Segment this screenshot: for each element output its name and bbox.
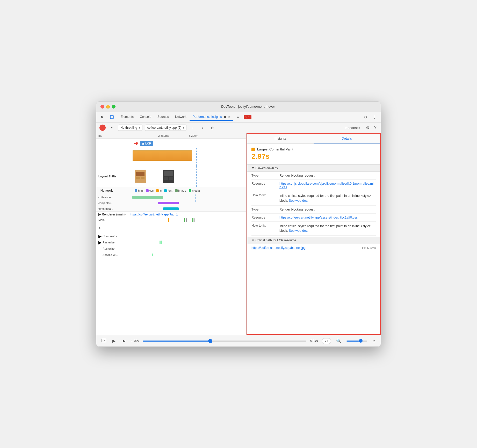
network-rows: coffee-car... cdnjs.clou... fonts.g <box>96 194 246 212</box>
cursor-icon[interactable] <box>99 113 106 121</box>
feedback-button[interactable]: Feedback <box>343 125 362 131</box>
network-legend: Network html css js fon <box>96 187 246 194</box>
lcp-title: Largest Contentful Paint <box>257 147 293 151</box>
see-web-dev-link-2[interactable]: See web.dev. <box>289 229 308 233</box>
bar-gray-2 <box>194 218 195 222</box>
fix-row-2: How to fix Inline critical styles requir… <box>251 222 376 236</box>
network-row: fonts.gsta... <box>96 206 246 212</box>
timeline-panel: ms 2,880ms 3,200m ➜ ▣ LCP La <box>96 133 247 335</box>
profile-dropdown[interactable]: coffee-cart.netlify.app (2) ▾ <box>145 125 187 131</box>
insights-panel: Insights Details Largest Contentful Pain… <box>247 133 381 335</box>
throttling-dropdown[interactable]: No throttling ▾ <box>118 125 142 131</box>
type-value-1: Render blocking request <box>279 174 376 177</box>
tab-elements[interactable]: Elements <box>118 113 137 121</box>
tab-close-icon[interactable]: × <box>228 115 230 118</box>
svg-point-12 <box>103 340 105 341</box>
net-bar-font <box>163 207 179 210</box>
lcp-badge[interactable]: ▣ LCP <box>140 141 153 146</box>
inspect-icon[interactable] <box>108 113 115 121</box>
svg-rect-6 <box>141 177 144 179</box>
devtools-tab-list: Elements Console Sources Network Perform… <box>118 113 233 121</box>
zoom-slider[interactable] <box>346 341 367 342</box>
svg-rect-10 <box>169 177 173 180</box>
window-title: DevTools - jec.fyi/demo/menu-hover <box>120 105 377 109</box>
critical-path-time: 145.695ms <box>362 246 376 249</box>
error-badge[interactable]: ✕ 1 <box>244 115 251 119</box>
more-options-icon[interactable]: ⋮ <box>371 113 378 121</box>
minimize-button[interactable] <box>106 105 110 109</box>
zoom-out-icon[interactable]: 🔍 <box>335 337 342 344</box>
upload-icon[interactable]: ↑ <box>189 124 196 131</box>
more-tabs-icon[interactable]: » <box>235 114 241 120</box>
html-legend-dot <box>135 189 137 192</box>
fix-label-1: How to fix <box>251 193 277 203</box>
download-icon[interactable]: ↓ <box>199 124 206 131</box>
devtools-toolbar: Elements Console Sources Network Perform… <box>96 112 381 122</box>
play-button[interactable]: ▶ <box>111 337 117 344</box>
tab-sources[interactable]: Sources <box>154 113 172 121</box>
service-worker-label: Service W... <box>103 253 136 256</box>
timeline-scrubber[interactable] <box>143 341 306 342</box>
rasterizer-bar-green2 <box>161 241 162 244</box>
js-legend-dot <box>156 189 159 192</box>
bar-gray-1 <box>186 218 187 222</box>
io-label: IO <box>98 226 132 229</box>
time-label-3200: 3,200m <box>187 134 200 137</box>
type-label-2: Type <box>251 208 277 211</box>
resource-row-1: Resource https://cdnjs.cloudflare.com/aj… <box>251 180 376 191</box>
tab-details[interactable]: Details <box>314 134 380 143</box>
row-bar-area <box>132 201 244 205</box>
lcp-icon: ▣ <box>142 142 144 145</box>
tab-performance-insights[interactable]: Performance insights × <box>190 113 233 121</box>
svg-rect-9 <box>164 177 168 180</box>
traffic-lights <box>100 105 115 109</box>
type-row-2: Type Render blocking request <box>251 206 376 214</box>
bar-yellow <box>168 218 169 222</box>
critical-path-link[interactable]: https://coffee-cart.netlify.app/banner.j… <box>251 246 306 250</box>
bar-green-1 <box>184 218 185 222</box>
tab-console[interactable]: Console <box>137 113 154 121</box>
resource-link-2[interactable]: https://coffee-cart.netlify.app/assets/i… <box>279 216 376 219</box>
zoom-in-icon[interactable]: ⊕ <box>371 338 377 344</box>
settings-icon[interactable]: ⚙ <box>362 113 369 121</box>
record-button[interactable] <box>99 125 106 131</box>
maximize-button[interactable] <box>112 105 115 109</box>
legend-image: image <box>175 189 186 192</box>
legend-js: js <box>156 189 162 192</box>
close-button[interactable] <box>100 105 104 109</box>
panel-tabs: Insights Details <box>247 134 380 144</box>
dropdown-arrow[interactable]: ▾ <box>108 124 115 131</box>
fix-value-2: Inline critical styles required for the … <box>279 224 376 234</box>
gear-icon[interactable]: ⚙ <box>365 124 371 131</box>
skip-back-button[interactable]: ⏮ <box>121 338 127 344</box>
main-bars <box>168 218 196 222</box>
legend-css: css <box>146 189 154 192</box>
legend-media: media <box>189 189 200 192</box>
lcp-section: Largest Contentful Paint 2.97s <box>247 144 380 164</box>
tab-network[interactable]: Network <box>172 113 190 121</box>
help-icon[interactable]: ? <box>373 124 378 131</box>
slowed-down-header[interactable]: ▼ Slowed down by <box>247 164 380 172</box>
resource-label-2: Resource <box>251 216 277 219</box>
layout-dashed-line <box>196 166 197 187</box>
time-label-2880: 2,880ms <box>156 134 171 137</box>
row-label-coffee: coffee-car... <box>98 196 132 199</box>
network-row: cdnjs.clou... <box>96 200 246 206</box>
delete-icon[interactable]: 🗑 <box>209 124 216 131</box>
css-legend-dot <box>146 189 149 192</box>
fix-value-1: Inline critical styles required for the … <box>279 193 376 203</box>
resource-link-1[interactable]: https://cdnjs.cloudflare.com/ajax/libs/n… <box>279 182 376 189</box>
legend-html: html <box>135 189 143 192</box>
compositor-label: Compositor <box>103 235 136 238</box>
time-label-ms: ms <box>96 134 104 137</box>
see-web-dev-link-1[interactable]: See web.dev. <box>289 199 308 203</box>
critical-path-header[interactable]: ▼ Critical path for LCP resource <box>247 237 380 244</box>
timeline-vis <box>96 148 246 166</box>
network-label: Network <box>98 188 132 193</box>
network-row: coffee-car... <box>96 194 246 200</box>
tab-insights[interactable]: Insights <box>247 134 314 143</box>
screenshot-toggle[interactable] <box>100 338 107 344</box>
renderer-link[interactable]: https://coffee-cart.netlify.app/?ad=1 <box>130 213 178 216</box>
lcp-time-value: 2.97s <box>251 152 376 161</box>
network-section: Network html css js fon <box>96 187 246 212</box>
